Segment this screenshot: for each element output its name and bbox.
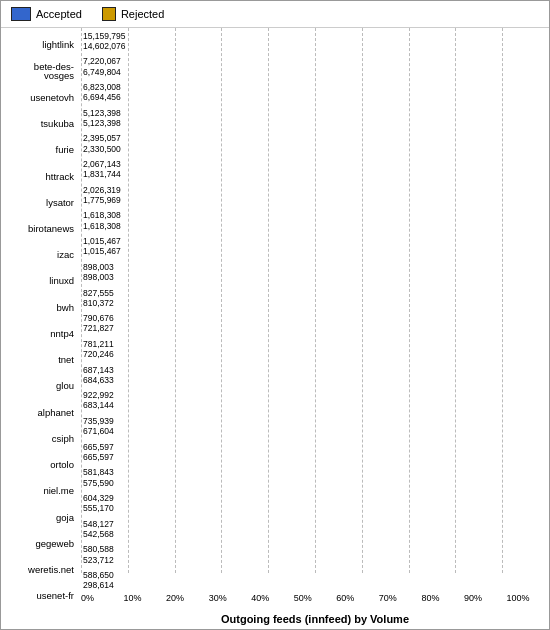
y-label-bwh: bwh bbox=[5, 294, 77, 320]
bar-values-weretis.net: 580,588523,712 bbox=[83, 544, 114, 564]
y-label-izac: izac bbox=[5, 242, 77, 268]
accepted-legend-label: Accepted bbox=[36, 8, 82, 20]
y-label-gegeweb: gegeweb bbox=[5, 530, 77, 556]
bar-row-csiph: 735,939671,604 bbox=[81, 413, 549, 439]
bar-row-bwh: 827,555810,372 bbox=[81, 285, 549, 311]
y-label-goja: goja bbox=[5, 504, 77, 530]
chart-area: lightlinkbete-des-vosgesusenetovhtsukuba… bbox=[1, 28, 549, 629]
bar-row-furie: 2,395,0572,330,500 bbox=[81, 131, 549, 157]
chart-container: Accepted Rejected lightlinkbete-des-vosg… bbox=[0, 0, 550, 630]
y-label-linuxd: linuxd bbox=[5, 268, 77, 294]
bar-row-izac: 1,015,4671,015,467 bbox=[81, 234, 549, 260]
bar-values-izac: 1,015,4671,015,467 bbox=[83, 236, 121, 256]
x-label-6: 60% bbox=[336, 593, 379, 611]
x-axis-title: Outgoing feeds (innfeed) by Volume bbox=[81, 611, 549, 629]
bar-row-glou: 687,143684,633 bbox=[81, 362, 549, 388]
x-label-3: 30% bbox=[209, 593, 252, 611]
y-labels: lightlinkbete-des-vosgesusenetovhtsukuba… bbox=[1, 28, 81, 629]
y-label-alphanet: alphanet bbox=[5, 399, 77, 425]
bar-values-niel.me: 581,843575,590 bbox=[83, 467, 114, 487]
bar-values-tnet: 781,211720,246 bbox=[83, 339, 114, 359]
x-label-1: 10% bbox=[124, 593, 167, 611]
bar-values-usenetovh: 6,823,0086,694,456 bbox=[83, 82, 121, 102]
bar-values-tsukuba: 5,123,3985,123,398 bbox=[83, 108, 121, 128]
y-label-tnet: tnet bbox=[5, 347, 77, 373]
bar-values-usenet-fr: 588,650298,614 bbox=[83, 570, 114, 590]
bars-wrapper: 15,159,79514,602,0767,220,0676,749,8046,… bbox=[81, 28, 549, 629]
x-label-2: 20% bbox=[166, 593, 209, 611]
bar-values-ortolo: 665,597665,597 bbox=[83, 442, 114, 462]
bar-values-bwh: 827,555810,372 bbox=[83, 288, 114, 308]
bar-row-niel.me: 581,843575,590 bbox=[81, 465, 549, 491]
y-label-weretis.net: weretis.net bbox=[5, 557, 77, 583]
y-label-usenetovh: usenetovh bbox=[5, 84, 77, 110]
y-label-ortolo: ortolo bbox=[5, 452, 77, 478]
y-label-birotanews: birotanews bbox=[5, 216, 77, 242]
bar-values-linuxd: 898,003898,003 bbox=[83, 262, 114, 282]
bar-row-lightlink: 15,159,79514,602,076 bbox=[81, 28, 549, 54]
bar-row-birotanews: 1,618,3081,618,308 bbox=[81, 208, 549, 234]
bar-values-httrack: 2,067,1431,831,744 bbox=[83, 159, 121, 179]
bar-values-lightlink: 15,159,79514,602,076 bbox=[83, 31, 126, 51]
bar-row-httrack: 2,067,1431,831,744 bbox=[81, 156, 549, 182]
x-label-5: 50% bbox=[294, 593, 337, 611]
bar-values-lysator: 2,026,3191,775,969 bbox=[83, 185, 121, 205]
bar-values-alphanet: 922,992683,144 bbox=[83, 390, 114, 410]
legend-rejected: Rejected bbox=[102, 7, 164, 21]
x-label-8: 80% bbox=[421, 593, 464, 611]
y-label-bete-des-vosges: bete-des-vosges bbox=[5, 58, 77, 84]
y-label-furie: furie bbox=[5, 137, 77, 163]
bar-values-birotanews: 1,618,3081,618,308 bbox=[83, 210, 121, 230]
bar-values-bete-des-vosges: 7,220,0676,749,804 bbox=[83, 56, 121, 76]
x-label-10: 100% bbox=[506, 593, 549, 611]
y-label-lightlink: lightlink bbox=[5, 32, 77, 58]
bar-row-bete-des-vosges: 7,220,0676,749,804 bbox=[81, 54, 549, 80]
bar-row-linuxd: 898,003898,003 bbox=[81, 259, 549, 285]
bar-values-gegeweb: 548,127542,568 bbox=[83, 519, 114, 539]
bar-row-goja: 604,329555,170 bbox=[81, 490, 549, 516]
y-label-tsukuba: tsukuba bbox=[5, 111, 77, 137]
bar-row-tsukuba: 5,123,3985,123,398 bbox=[81, 105, 549, 131]
rejected-legend-box bbox=[102, 7, 116, 21]
bar-row-usenet-fr: 588,650298,614 bbox=[81, 567, 549, 593]
bar-values-furie: 2,395,0572,330,500 bbox=[83, 133, 121, 153]
x-label-9: 90% bbox=[464, 593, 507, 611]
y-label-niel.me: niel.me bbox=[5, 478, 77, 504]
x-label-0: 0% bbox=[81, 593, 124, 611]
bar-row-tnet: 781,211720,246 bbox=[81, 336, 549, 362]
bar-row-weretis.net: 580,588523,712 bbox=[81, 542, 549, 568]
x-label-4: 40% bbox=[251, 593, 294, 611]
legend-accepted: Accepted bbox=[11, 7, 82, 21]
y-label-glou: glou bbox=[5, 373, 77, 399]
bar-row-ortolo: 665,597665,597 bbox=[81, 439, 549, 465]
accepted-legend-box bbox=[11, 7, 31, 21]
x-axis-labels: 0%10%20%30%40%50%60%70%80%90%100% bbox=[81, 593, 549, 611]
legend: Accepted Rejected bbox=[1, 1, 549, 28]
bar-values-glou: 687,143684,633 bbox=[83, 365, 114, 385]
bar-row-nntp4: 790,676721,827 bbox=[81, 311, 549, 337]
y-label-httrack: httrack bbox=[5, 163, 77, 189]
y-label-usenet-fr: usenet-fr bbox=[5, 583, 77, 609]
bar-row-usenetovh: 6,823,0086,694,456 bbox=[81, 79, 549, 105]
y-label-csiph: csiph bbox=[5, 426, 77, 452]
bar-values-csiph: 735,939671,604 bbox=[83, 416, 114, 436]
x-label-7: 70% bbox=[379, 593, 422, 611]
bars-and-grid: 15,159,79514,602,0767,220,0676,749,8046,… bbox=[81, 28, 549, 593]
y-label-nntp4: nntp4 bbox=[5, 321, 77, 347]
y-label-lysator: lysator bbox=[5, 189, 77, 215]
bar-row-lysator: 2,026,3191,775,969 bbox=[81, 182, 549, 208]
rejected-legend-label: Rejected bbox=[121, 8, 164, 20]
bar-row-alphanet: 922,992683,144 bbox=[81, 388, 549, 414]
bar-values-nntp4: 790,676721,827 bbox=[83, 313, 114, 333]
bar-row-gegeweb: 548,127542,568 bbox=[81, 516, 549, 542]
bar-values-goja: 604,329555,170 bbox=[83, 493, 114, 513]
